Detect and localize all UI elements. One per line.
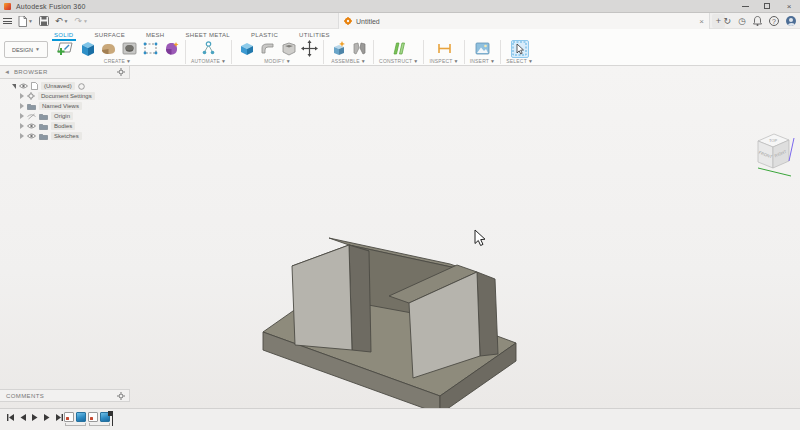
go-to-end-button[interactable]	[55, 413, 64, 422]
new-design-button[interactable]: ▼	[18, 16, 33, 27]
extrude-button[interactable]	[78, 40, 96, 58]
inspect-group-label[interactable]: INSPECT▼	[429, 58, 458, 64]
mouse-cursor	[474, 229, 486, 247]
expand-triangle-icon[interactable]	[20, 113, 24, 119]
toolbar-divider	[231, 40, 232, 64]
tree-row-bodies[interactable]: Bodies	[0, 121, 140, 131]
group-insert: INSERT▼	[467, 39, 499, 64]
insert-group-label[interactable]: INSERT▼	[470, 58, 496, 64]
play-button[interactable]	[31, 413, 39, 422]
toolbar-ribbon: SOLID SURFACE MESH SHEET METAL PLASTIC U…	[0, 29, 800, 66]
profile-avatar[interactable]	[786, 16, 796, 26]
create-form-button[interactable]	[162, 40, 180, 58]
joint-button[interactable]	[350, 40, 368, 58]
account-cluster: ↻ ◷ ?	[724, 13, 796, 29]
left-wall-side-face	[349, 245, 371, 352]
chevron-down-icon: ▼	[361, 59, 366, 64]
tree-row-named-views[interactable]: Named Views	[0, 101, 140, 111]
activate-radio-icon[interactable]	[78, 83, 85, 90]
select-group-label[interactable]: SELECT▼	[506, 58, 533, 64]
press-pull-button[interactable]	[237, 40, 255, 58]
maximize-button[interactable]	[756, 0, 778, 13]
go-to-start-button[interactable]	[6, 413, 15, 422]
eye-icon[interactable]	[27, 133, 36, 139]
collapse-panel-icon[interactable]: ◄	[4, 69, 10, 75]
timeline-playback-controls	[6, 413, 64, 422]
model-body[interactable]	[240, 206, 540, 416]
tree-row-document-settings[interactable]: Document Settings	[0, 91, 140, 101]
chevron-down-icon: ▼	[454, 59, 459, 64]
help-icon[interactable]: ?	[769, 16, 779, 26]
eye-off-icon[interactable]	[27, 113, 36, 120]
step-forward-button[interactable]	[43, 413, 51, 422]
design-workspace-dropdown[interactable]: DESIGN ▼	[4, 41, 48, 58]
shell-button[interactable]	[279, 40, 297, 58]
job-status-icon[interactable]: ◷	[738, 17, 746, 26]
chevron-down-icon: ▼	[28, 19, 33, 24]
timeline-playhead[interactable]	[112, 411, 113, 426]
tree-item-label[interactable]: Named Views	[39, 102, 82, 110]
expand-triangle-icon[interactable]	[20, 93, 24, 99]
tree-row-origin[interactable]: Origin	[0, 111, 140, 121]
app-menu-button[interactable]	[3, 17, 12, 26]
toolbar-divider	[185, 40, 186, 64]
gear-icon[interactable]	[117, 392, 125, 400]
3d-viewport[interactable]: ◄ BROWSER (Unsaved) Document Settings Na…	[0, 66, 800, 408]
tree-row-sketches[interactable]: Sketches	[0, 131, 140, 141]
hole-button[interactable]	[120, 40, 138, 58]
automate-button[interactable]	[200, 40, 218, 58]
automate-group-label[interactable]: AUTOMATE▼	[191, 58, 226, 64]
viewcube-top-label[interactable]: TOP	[769, 138, 777, 143]
toolbar-divider	[373, 40, 374, 64]
assemble-group-label[interactable]: ASSEMBLE▼	[331, 58, 366, 64]
root-document-label[interactable]: (Unsaved)	[41, 82, 75, 90]
tree-item-label[interactable]: Sketches	[51, 132, 82, 140]
tree-item-label[interactable]: Origin	[51, 112, 73, 120]
insert-canvas-button[interactable]	[473, 40, 491, 58]
settings-gear-icon	[27, 92, 35, 100]
new-component-button[interactable]	[329, 40, 347, 58]
expand-triangle-icon[interactable]	[20, 123, 24, 129]
close-button[interactable]: ×	[778, 0, 800, 13]
create-sketch-button[interactable]	[55, 39, 75, 58]
toolbar-divider	[423, 40, 424, 64]
timeline-extrude-feature[interactable]	[76, 412, 86, 422]
group-select: SELECT▼	[503, 39, 536, 64]
save-button[interactable]	[39, 16, 49, 26]
expand-triangle-icon[interactable]	[20, 103, 24, 109]
move-copy-button[interactable]	[300, 40, 318, 58]
undo-button[interactable]: ↶▼	[55, 16, 69, 26]
construct-group-label[interactable]: CONSTRUCT▼	[379, 58, 418, 64]
expand-triangle-icon[interactable]	[20, 133, 24, 139]
tree-item-label[interactable]: Document Settings	[38, 92, 95, 100]
folder-icon	[39, 113, 48, 120]
sync-icon[interactable]: ↻	[724, 17, 732, 26]
tab-close-icon[interactable]: ×	[699, 17, 704, 26]
tree-item-label[interactable]: Bodies	[51, 122, 75, 130]
notifications-bell-icon[interactable]	[753, 16, 762, 26]
expand-triangle-icon[interactable]	[12, 84, 16, 89]
modify-group-label[interactable]: MODIFY▼	[264, 58, 291, 64]
construct-plane-button[interactable]	[390, 40, 408, 58]
eye-icon[interactable]	[27, 123, 36, 129]
revolve-button[interactable]	[99, 40, 117, 58]
app-title: Autodesk Fusion 360	[16, 3, 86, 10]
gear-icon[interactable]	[117, 68, 125, 76]
minimize-button[interactable]	[734, 0, 756, 13]
timeline-sketch-feature[interactable]	[64, 412, 74, 422]
step-back-button[interactable]	[19, 413, 27, 422]
document-tab-label: Untitled	[356, 18, 380, 25]
comments-panel-header[interactable]: COMMENTS	[0, 389, 130, 402]
pattern-button[interactable]	[141, 40, 159, 58]
application-bar: ▼ ↶▼ ↷▼ Untitled × + ↻ ◷ ?	[0, 13, 800, 29]
timeline-sketch-feature[interactable]	[88, 412, 98, 422]
eye-icon[interactable]	[19, 83, 28, 89]
view-cube[interactable]: TOP FRONT RIGHT	[744, 124, 800, 182]
select-button[interactable]	[511, 40, 529, 58]
tree-row-root[interactable]: (Unsaved)	[0, 81, 140, 91]
fillet-button[interactable]	[258, 40, 276, 58]
measure-button[interactable]	[435, 40, 453, 58]
redo-button[interactable]: ↷▼	[74, 16, 88, 26]
create-group-label[interactable]: CREATE▼	[104, 58, 131, 64]
document-tab[interactable]: Untitled ×	[338, 13, 710, 29]
